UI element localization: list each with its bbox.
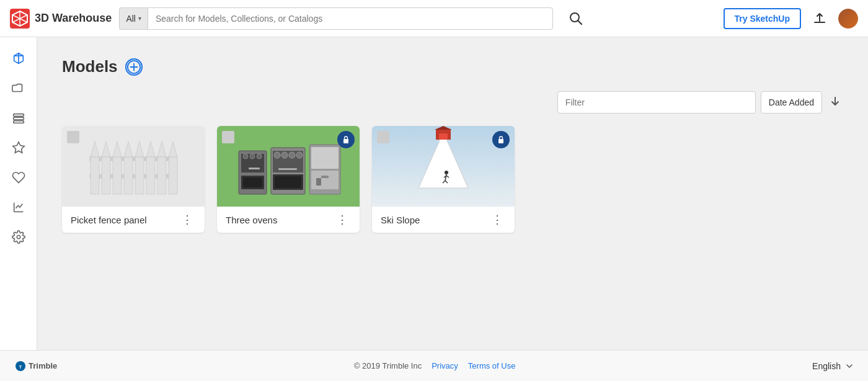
- sidebar-item-catalog[interactable]: [5, 104, 32, 132]
- heart-icon: [12, 171, 25, 184]
- svg-marker-28: [124, 141, 133, 157]
- try-sketchup-button[interactable]: Try SketchUp: [724, 8, 801, 29]
- svg-rect-35: [157, 157, 166, 194]
- svg-rect-56: [311, 171, 339, 189]
- search-filter-label: All: [126, 14, 136, 24]
- lock-icon: [342, 135, 350, 144]
- model-card-footer: Ski Slope ⋮: [372, 207, 515, 233]
- model-menu-button[interactable]: ⋮: [489, 213, 506, 226]
- svg-marker-32: [146, 141, 155, 157]
- svg-rect-23: [91, 157, 99, 194]
- sidebar-item-models[interactable]: [5, 45, 32, 72]
- svg-point-43: [243, 154, 248, 159]
- sidebar-item-settings[interactable]: [5, 223, 32, 251]
- svg-point-45: [257, 154, 262, 159]
- language-label: English: [812, 361, 841, 371]
- footer: T Trimble © 2019 Trimble Inc Privacy Ter…: [0, 350, 868, 381]
- svg-marker-22: [91, 141, 99, 157]
- svg-rect-37: [169, 157, 177, 194]
- model-menu-button[interactable]: ⋮: [179, 213, 196, 226]
- sort-direction-button[interactable]: [827, 93, 843, 112]
- svg-rect-59: [278, 168, 297, 170]
- svg-point-15: [17, 235, 20, 239]
- model-menu-button[interactable]: ⋮: [334, 213, 351, 226]
- svg-rect-10: [13, 117, 24, 120]
- search-icon: [569, 12, 583, 25]
- footer-right: English: [812, 361, 853, 371]
- svg-rect-49: [275, 176, 301, 188]
- svg-rect-58: [249, 168, 260, 169]
- model-thumb-three-ovens: [217, 126, 360, 207]
- svg-line-6: [578, 20, 582, 24]
- model-card-footer: Picket fence panel ⋮: [62, 207, 205, 233]
- search-area: All ▾: [119, 7, 553, 30]
- model-card[interactable]: Three ovens ⋮: [217, 126, 360, 233]
- thumb-placeholder: [222, 131, 234, 143]
- upload-icon: [812, 11, 827, 26]
- section-header: Models: [62, 57, 843, 76]
- svg-point-66: [445, 171, 448, 174]
- logo-area: 3D Warehouse: [10, 9, 112, 29]
- svg-rect-65: [439, 133, 448, 140]
- thumb-placeholder: [377, 131, 389, 143]
- svg-rect-27: [113, 157, 122, 194]
- avatar[interactable]: [838, 9, 858, 29]
- sidebar-item-likes[interactable]: [5, 164, 32, 191]
- model-name: Three ovens: [226, 215, 277, 225]
- logo-text: 3D Warehouse: [35, 12, 112, 25]
- footer-logo: T Trimble: [15, 361, 57, 372]
- thumb-placeholder: [67, 131, 79, 143]
- search-button[interactable]: [565, 8, 587, 29]
- svg-rect-11: [13, 121, 24, 123]
- svg-point-52: [289, 152, 295, 158]
- search-filter-button[interactable]: All ▾: [119, 7, 148, 30]
- sidebar-item-favorites[interactable]: [5, 134, 32, 161]
- header-right: Try SketchUp: [724, 7, 858, 30]
- search-input[interactable]: [148, 7, 553, 30]
- sidebar: [0, 37, 37, 350]
- folder-icon: [12, 81, 25, 95]
- svg-marker-26: [113, 141, 122, 157]
- plus-circle-icon: [126, 59, 141, 75]
- privacy-link[interactable]: Privacy: [432, 361, 458, 370]
- svg-rect-57: [321, 176, 329, 178]
- layers-icon: [12, 111, 25, 125]
- model-grid: Picket fence panel ⋮: [62, 126, 843, 233]
- model-card[interactable]: Picket fence panel ⋮: [62, 126, 205, 233]
- main-content: Models Date Added: [37, 37, 868, 350]
- lock-badge: [492, 131, 510, 148]
- model-card-footer: Three ovens ⋮: [217, 207, 360, 233]
- sort-label: Date Added: [761, 91, 822, 114]
- svg-point-53: [296, 152, 303, 158]
- model-card[interactable]: Ski Slope ⋮: [372, 126, 515, 233]
- filter-row: Date Added: [62, 91, 843, 114]
- svg-rect-31: [135, 157, 144, 194]
- upload-button[interactable]: [808, 7, 831, 30]
- svg-rect-29: [124, 157, 133, 194]
- terms-link[interactable]: Terms of Use: [468, 361, 516, 370]
- model-thumb-picket-fence: [62, 126, 205, 207]
- svg-marker-64: [435, 126, 452, 130]
- lock-badge: [337, 131, 355, 148]
- svg-marker-12: [12, 142, 24, 153]
- ski-slope-drawing: [381, 126, 505, 207]
- svg-rect-25: [102, 157, 110, 194]
- sidebar-item-analytics[interactable]: [5, 194, 32, 221]
- body-layout: Models Date Added: [0, 37, 868, 350]
- sort-arrow-icon: [830, 96, 841, 107]
- model-name: Ski Slope: [381, 215, 420, 225]
- svg-marker-24: [102, 141, 110, 157]
- cube-icon: [12, 52, 25, 65]
- sidebar-item-collections[interactable]: [5, 74, 32, 102]
- oven-drawing: [232, 132, 344, 200]
- svg-rect-9: [13, 114, 24, 117]
- trimble-logo-icon: T: [15, 361, 26, 372]
- svg-marker-36: [169, 141, 177, 157]
- add-model-button[interactable]: [125, 58, 143, 76]
- filter-input[interactable]: [557, 91, 756, 114]
- model-thumb-ski-slope: [372, 126, 515, 207]
- fence-drawing: [84, 132, 183, 200]
- chart-icon: [12, 200, 25, 214]
- svg-rect-38: [343, 139, 348, 143]
- chevron-down-icon: [846, 362, 853, 370]
